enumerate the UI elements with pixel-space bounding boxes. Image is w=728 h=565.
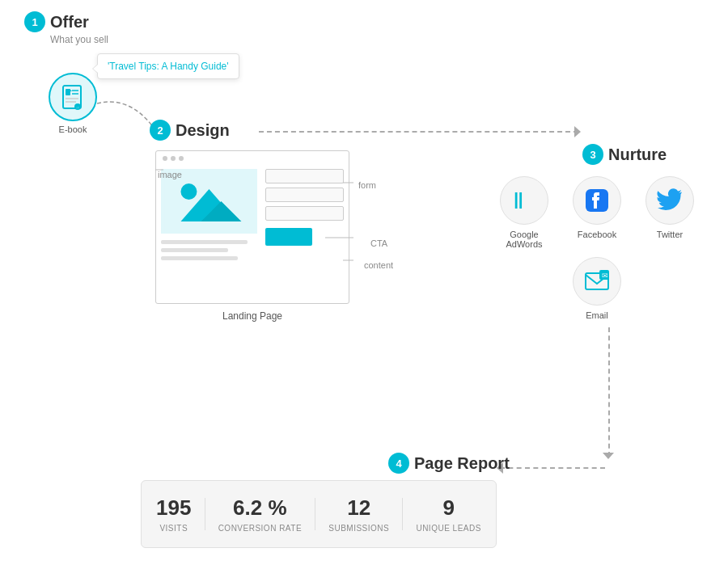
stat-submissions: 12 SUBMISSIONS (328, 495, 389, 533)
email-icon: ✉ (582, 267, 612, 296)
offer-subtitle: What you sell (50, 34, 108, 45)
design-header: 2 Design (150, 120, 230, 141)
landing-page-wrap: Landing Page (155, 150, 349, 322)
lp-content (156, 164, 349, 298)
lp-line-3 (161, 256, 238, 260)
label-cta: CTA (370, 238, 387, 248)
stat-visits-value: 195 (156, 495, 191, 521)
offer-section: 1 Offer What you sell (24, 11, 108, 45)
ebook-label: E-book (59, 124, 87, 134)
adwords-icon: Ⅱ (510, 186, 539, 215)
twitter-circle (645, 176, 694, 225)
lp-input-3 (265, 206, 344, 221)
stat-divider-2 (315, 498, 315, 530)
label-form: form (358, 180, 376, 190)
offer-heading: Offer (50, 13, 89, 32)
svg-text:Ⅱ: Ⅱ (513, 188, 524, 213)
facebook-circle (573, 176, 621, 225)
stat-unique-leads: 9 UNIQUE LEADS (416, 495, 480, 533)
channel-twitter: Twitter (645, 176, 694, 249)
dot-1 (163, 156, 167, 161)
stat-submissions-label: SUBMISSIONS (328, 524, 389, 533)
stat-conversion-label: CONVERSION RATE (218, 524, 302, 533)
dashed-line-vertical (608, 327, 610, 457)
dashed-line-design-nurture (259, 131, 578, 133)
design-section: 2 Design (150, 120, 230, 141)
stat-unique-leads-label: UNIQUE LEADS (416, 524, 480, 533)
twitter-label: Twitter (657, 230, 683, 239)
stat-unique-leads-value: 9 (442, 495, 454, 521)
tooltip-text: 'Travel Tips: A Handy Guide' (108, 61, 229, 72)
adwords-circle: Ⅱ (500, 176, 548, 225)
adwords-label: Google AdWords (492, 230, 557, 249)
step-badge-4: 4 (388, 453, 409, 474)
label-image: image (158, 170, 182, 179)
landing-page-label: Landing Page (222, 310, 282, 322)
step-badge-2: 2 (150, 120, 171, 141)
dot-2 (171, 156, 176, 161)
channel-email: ✉ Email (573, 257, 621, 320)
nurture-heading: Nurture (608, 145, 667, 164)
dashed-arrow-right (574, 126, 581, 137)
report-heading: Page Report (414, 454, 510, 473)
lp-cta-button (265, 228, 312, 246)
lp-left-col (156, 164, 262, 298)
design-heading: Design (176, 121, 230, 140)
ebook-svg-icon: ☞ (60, 84, 86, 110)
dashed-arrow-down (603, 453, 614, 459)
svg-point-12 (180, 183, 197, 200)
main-container: 1 Offer What you sell 'Travel Tips: A Ha… (0, 0, 728, 565)
lp-content-lines (161, 240, 257, 260)
lp-input-2 (265, 188, 344, 202)
label-content: content (364, 260, 393, 270)
channel-grid: Ⅱ Google AdWords Facebook Twitter (492, 176, 702, 320)
stat-conversion: 6.2 % CONVERSION RATE (218, 495, 302, 533)
stat-divider-3 (402, 498, 403, 530)
step-badge-3: 3 (582, 144, 603, 165)
email-label: Email (586, 310, 608, 320)
browser-dots (156, 151, 349, 164)
dot-3 (179, 156, 184, 161)
channel-facebook: Facebook (573, 176, 621, 249)
tooltip-box: 'Travel Tips: A Handy Guide' (97, 53, 239, 79)
channel-adwords: Ⅱ Google AdWords (492, 176, 557, 249)
nurture-header: 3 Nurture (582, 144, 667, 165)
report-section: 4 Page Report (388, 453, 510, 474)
stats-bar: 195 VISITS 6.2 % CONVERSION RATE 12 SUBM… (141, 480, 497, 548)
svg-text:✉: ✉ (602, 272, 608, 280)
landing-page-mockup (155, 150, 349, 304)
stat-divider-1 (205, 498, 205, 530)
offer-title: 1 Offer (24, 11, 108, 32)
dashed-line-horizontal-2 (500, 467, 605, 469)
stat-submissions-value: 12 (347, 495, 370, 521)
twitter-icon (655, 186, 684, 215)
lp-line-2 (161, 248, 228, 252)
lp-line-1 (161, 240, 248, 244)
nurture-section: 3 Nurture (582, 144, 667, 165)
report-header: 4 Page Report (388, 453, 510, 474)
stat-visits: 195 VISITS (156, 495, 191, 533)
facebook-label: Facebook (578, 230, 616, 239)
stat-conversion-value: 6.2 % (233, 495, 287, 521)
email-circle: ✉ (573, 257, 621, 306)
lp-right-col (262, 164, 349, 298)
stat-visits-label: VISITS (159, 524, 188, 533)
lp-input-1 (265, 169, 344, 183)
step-badge-1: 1 (24, 11, 45, 32)
facebook-icon (582, 186, 612, 215)
